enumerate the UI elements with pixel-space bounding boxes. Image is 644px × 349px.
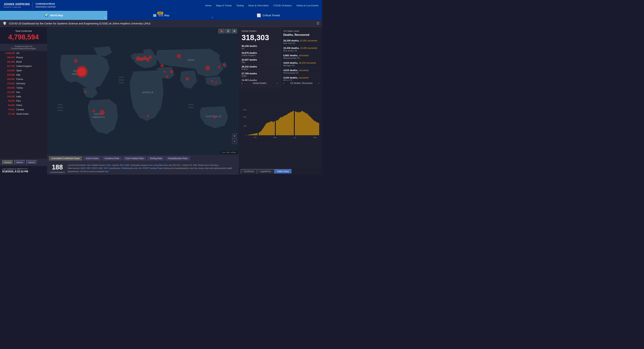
- death-location: Italy: [242, 61, 278, 63]
- country-list-item[interactable]: 150,593Turkey: [0, 86, 47, 90]
- svg-rect-76: [270, 122, 270, 135]
- country-list-item[interactable]: 100,328India: [0, 94, 47, 99]
- svg-point-28: [170, 70, 174, 73]
- svg-rect-120: [311, 118, 312, 135]
- svg-rect-62: [256, 133, 256, 135]
- svg-rect-57: [252, 134, 252, 135]
- tab-world-map-help: ?: [104, 17, 106, 19]
- country-list-item[interactable]: 94,933Peru: [0, 99, 47, 103]
- tab-testing-rate[interactable]: Testing Rate: [147, 156, 164, 161]
- tab-case-fatality[interactable]: Case-Fatality Ratio: [123, 156, 146, 161]
- tab-world-map[interactable]: 🌍 World Map ?: [0, 11, 107, 20]
- us-death-count: 4,915 deaths, 28,234 recovered: [283, 61, 320, 64]
- country-list-item[interactable]: 290,678Russia: [0, 55, 47, 60]
- covid-tracking-link[interactable]: the COVID Tracking Project: [139, 167, 163, 169]
- menu-icon[interactable]: ☰: [316, 21, 320, 25]
- svg-point-24: [177, 54, 181, 58]
- tab-critical-trends[interactable]: 📈 Critical Trends: [215, 11, 322, 20]
- worldometers-link[interactable]: Worldometers.info: [122, 167, 138, 169]
- zoom-out-btn[interactable]: −: [232, 139, 237, 144]
- map-tabs: Cumulative Confirmed Cases Active Cases …: [47, 155, 239, 162]
- country-list-item[interactable]: 122,492Iran: [0, 90, 47, 94]
- tab-hospitalization[interactable]: Hospitalization Rate: [166, 156, 190, 161]
- chart-tab-logarithmic[interactable]: Logarithmic: [257, 169, 274, 174]
- death-count: 34,876 deaths: [242, 51, 278, 54]
- country-name: Germany: [16, 82, 25, 85]
- tab-incidence-rate[interactable]: Incidence Rate: [102, 156, 122, 161]
- nav-covid-basics[interactable]: COVID-19 Basics: [274, 4, 292, 7]
- grid-btn[interactable]: ⊞: [232, 29, 237, 33]
- nav-home[interactable]: Home: [205, 4, 212, 7]
- country-num: 79,411: [2, 108, 15, 111]
- cdc-link[interactable]: CDC: [86, 167, 91, 169]
- country-list-item[interactable]: 1,508,168US: [0, 51, 47, 55]
- us-state-prev[interactable]: ‹: [283, 81, 284, 85]
- 1point3acres-link[interactable]: 1point3acres: [109, 167, 120, 169]
- country-list-item[interactable]: 176,551Germany: [0, 81, 47, 86]
- tab-us-map[interactable]: NEW 🗺️ U.S. Map ?: [107, 11, 214, 20]
- admin-tab-2[interactable]: Admin2: [26, 160, 37, 165]
- tab-active-cases[interactable]: Active Cases: [83, 156, 101, 161]
- death-count: 28,242 deaths: [242, 65, 278, 68]
- zoom-in-btn[interactable]: +: [232, 133, 237, 138]
- svg-point-26: [186, 77, 189, 81]
- country-list-item[interactable]: 247,709United Kingdom: [0, 64, 47, 68]
- ecdc-link[interactable]: ECDC: [92, 167, 98, 169]
- death-count: 90,338 deaths: [242, 45, 278, 47]
- list-btn[interactable]: ☰: [226, 29, 231, 33]
- map-container[interactable]: NORTH AMERICA SOUTH AMERICA AFRICA ASIA …: [47, 27, 239, 155]
- svg-rect-78: [272, 121, 272, 135]
- country-list-item[interactable]: 79,411Canada: [0, 107, 47, 112]
- deaths-chart-svg: 150k 100k 50k 0 Feb Mar Apr May: [241, 91, 320, 156]
- country-list-item[interactable]: 180,051France: [0, 77, 47, 81]
- global-death-item: 27,709 deathsSpain: [242, 71, 278, 78]
- us-state-next[interactable]: ›: [318, 81, 320, 85]
- svg-text:ASIA: ASIA: [187, 59, 194, 61]
- map-controls: 🔖 ☰ ⊞: [218, 29, 237, 33]
- nav-videos[interactable]: Videos & Live Events: [296, 4, 318, 7]
- title-bar: 🛡️ COVID-19 Dashboard by the Center for …: [0, 20, 322, 27]
- dxy-link[interactable]: DXY: [104, 167, 108, 169]
- blog-link[interactable]: blog: [214, 164, 218, 166]
- svg-rect-61: [255, 133, 256, 135]
- sidebar: Total Confirmed 4,798,594 Confirmed Case…: [0, 27, 47, 175]
- svg-rect-96: [288, 113, 289, 135]
- total-confirmed-box: Total Confirmed 4,798,594: [0, 27, 47, 44]
- country-list-item[interactable]: 225,886Italy: [0, 73, 47, 77]
- chart-tab-daily[interactable]: Daily Cases: [274, 169, 292, 174]
- svg-rect-71: [265, 125, 266, 135]
- last-updated-date: 5/18/2020, 8:32:23 PM: [2, 170, 45, 173]
- country-list-item[interactable]: 84,054China: [0, 103, 47, 107]
- bookmark-btn[interactable]: 🔖: [218, 29, 224, 33]
- svg-rect-128: [318, 123, 319, 135]
- global-deaths-next[interactable]: ›: [277, 81, 278, 85]
- country-name: Peru: [16, 100, 21, 102]
- nav-maps-trends[interactable]: Maps & Trends: [216, 4, 232, 7]
- nhc-link[interactable]: NHC: [98, 167, 103, 169]
- global-deaths-prev[interactable]: ‹: [242, 81, 242, 85]
- country-num: 247,709: [2, 65, 15, 67]
- admin-tab-1[interactable]: Admin1: [14, 160, 25, 165]
- svg-rect-99: [291, 112, 292, 135]
- nav-news[interactable]: News & Information: [248, 4, 269, 7]
- who-link[interactable]: WHO: [80, 167, 86, 169]
- sources-link[interactable]: here: [105, 170, 109, 173]
- country-list-item[interactable]: 231,606Spain: [0, 68, 47, 73]
- country-name: Italy: [16, 74, 20, 76]
- us-death-count: 5,862 deaths, recovered: [283, 54, 320, 57]
- admin-tab-0[interactable]: Admin0: [2, 160, 13, 165]
- jhu-apl-link[interactable]: JHU APL: [172, 164, 180, 166]
- country-list-item[interactable]: 255,368Brazil: [0, 60, 47, 64]
- esri-link[interactable]: Esri Living Atlas team: [149, 164, 168, 166]
- country-name: Russia: [16, 56, 23, 59]
- lancet-link[interactable]: Here: [87, 164, 91, 166]
- country-list-item[interactable]: 57,345Saudi Arabia: [0, 112, 47, 116]
- us-state-subtitle: Deaths, Recovered: [283, 33, 320, 36]
- jhu-csse-link[interactable]: JHU CSSE: [120, 164, 130, 166]
- nav-testing[interactable]: Testing: [236, 4, 244, 7]
- country-num: 1,508,168: [2, 52, 15, 54]
- chart-tab-confirmed[interactable]: Confirmed: [241, 169, 257, 174]
- svg-point-38: [211, 80, 214, 82]
- tab-cumulative-confirmed[interactable]: Cumulative Confirmed Cases: [49, 156, 82, 161]
- mobile-link[interactable]: Here: [106, 164, 111, 166]
